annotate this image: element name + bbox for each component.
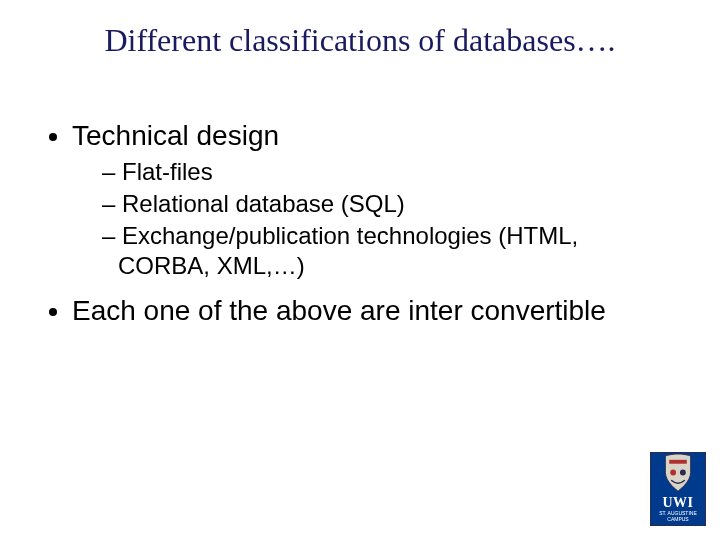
bullet-list: Technical design Flat-files Relational d… bbox=[46, 118, 660, 328]
bullet-item: Technical design Flat-files Relational d… bbox=[72, 118, 660, 281]
slide: Different classifications of databases….… bbox=[0, 0, 720, 540]
svg-rect-0 bbox=[669, 460, 687, 464]
sub-bullet-item: Relational database (SQL) bbox=[102, 189, 660, 219]
logo-campus: ST. AUGUSTINE CAMPUS bbox=[651, 511, 705, 522]
bullet-text: Each one of the above are inter converti… bbox=[72, 295, 606, 326]
logo-text: UWI bbox=[662, 496, 693, 510]
slide-body: Technical design Flat-files Relational d… bbox=[46, 118, 660, 338]
bullet-text: Technical design bbox=[72, 120, 279, 151]
slide-title: Different classifications of databases…. bbox=[0, 22, 720, 59]
crest-icon bbox=[661, 453, 695, 492]
svg-point-2 bbox=[680, 470, 686, 476]
bullet-item: Each one of the above are inter converti… bbox=[72, 293, 660, 328]
uwi-logo: UWI ST. AUGUSTINE CAMPUS bbox=[650, 452, 706, 526]
svg-point-1 bbox=[670, 470, 676, 476]
sub-bullet-list: Flat-files Relational database (SQL) Exc… bbox=[72, 157, 660, 281]
sub-bullet-item: Exchange/publication technologies (HTML,… bbox=[102, 221, 660, 281]
sub-bullet-item: Flat-files bbox=[102, 157, 660, 187]
